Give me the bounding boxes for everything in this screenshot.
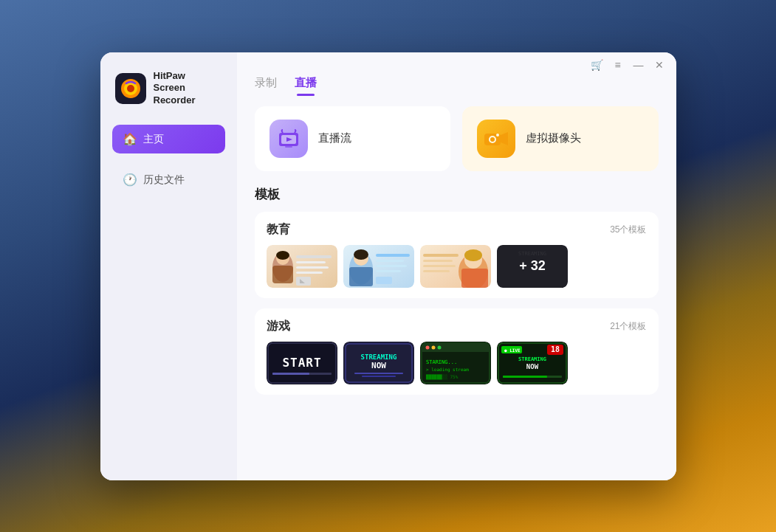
svg-point-61 xyxy=(425,345,429,349)
games-count: 21个模板 xyxy=(610,320,646,333)
education-thumbnails: STREAMING + 32 xyxy=(267,245,647,288)
svg-point-9 xyxy=(490,137,495,142)
svg-rect-26 xyxy=(349,267,373,286)
live-stream-label: 直播流 xyxy=(318,131,351,145)
nav-home-label: 主页 xyxy=(143,133,164,146)
feature-cards-row: 直播流 虚拟摄像头 xyxy=(255,106,659,171)
svg-text:> loading stream: > loading stream xyxy=(426,367,469,373)
edu-thumb-3[interactable] xyxy=(420,245,491,288)
svg-point-37 xyxy=(464,249,482,261)
app-logo-icon xyxy=(115,73,146,104)
live-stream-card[interactable]: 直播流 xyxy=(255,106,451,171)
games-title: 游戏 xyxy=(267,319,290,334)
game-thumb-3[interactable]: STARING... > loading stream ██████░░ 75% xyxy=(420,342,491,384)
home-icon: 🏠 xyxy=(123,132,137,146)
svg-text:STARING...: STARING... xyxy=(426,359,457,365)
svg-text:18: 18 xyxy=(550,345,559,353)
app-window: HitPaw Screen Recorder 🏠 主页 🕐 历史文件 🛒 ≡ —… xyxy=(100,52,676,480)
edu-thumb-2[interactable] xyxy=(343,245,414,288)
games-thumbnails: START STREAMING NOW xyxy=(267,342,647,384)
templates-heading: 模板 xyxy=(255,186,659,203)
games-section: 游戏 21个模板 START xyxy=(255,308,659,395)
logo-area: HitPaw Screen Recorder xyxy=(112,70,225,108)
svg-marker-10 xyxy=(501,132,508,145)
svg-rect-17 xyxy=(296,255,332,258)
svg-rect-18 xyxy=(296,261,326,263)
cart-button[interactable]: 🛒 xyxy=(592,60,602,70)
svg-point-27 xyxy=(354,249,368,260)
education-title: 教育 xyxy=(267,222,290,238)
svg-rect-28 xyxy=(376,254,410,257)
svg-rect-38 xyxy=(423,254,459,257)
tabs-bar: 录制 直播 xyxy=(237,70,676,94)
svg-rect-20 xyxy=(296,272,323,274)
game-thumb-4[interactable]: ● LIVE STREAMING NOW 18 xyxy=(497,342,568,384)
svg-rect-15 xyxy=(272,266,293,283)
game-thumb-1[interactable]: START xyxy=(267,342,337,384)
svg-text:██████░░ 75%: ██████░░ 75% xyxy=(425,374,459,380)
svg-text:+ 32: + 32 xyxy=(519,258,546,273)
svg-text:STREAMING: STREAMING xyxy=(360,353,396,361)
game-thumb-2[interactable]: STREAMING NOW xyxy=(343,342,414,384)
games-header: 游戏 21个模板 xyxy=(267,319,647,334)
content-area: 直播流 虚拟摄像头 xyxy=(237,94,676,480)
virtual-camera-card[interactable]: 虚拟摄像头 xyxy=(462,106,659,171)
education-count: 35个模板 xyxy=(610,224,646,236)
nav-home[interactable]: 🏠 主页 xyxy=(112,125,225,153)
svg-rect-41 xyxy=(423,270,450,272)
svg-point-63 xyxy=(437,345,441,349)
edu-thumb-1[interactable] xyxy=(267,245,337,288)
svg-text:NOW: NOW xyxy=(371,361,386,370)
live-stream-icon xyxy=(269,120,308,158)
nav-history[interactable]: 🕐 历史文件 xyxy=(112,165,225,194)
virtual-camera-label: 虚拟摄像头 xyxy=(526,131,581,145)
svg-rect-19 xyxy=(296,266,329,269)
education-section: 教育 35个模板 xyxy=(255,212,659,298)
svg-text:STREAMING: STREAMING xyxy=(518,356,546,362)
svg-rect-40 xyxy=(423,265,456,267)
svg-rect-76 xyxy=(503,376,547,378)
education-header: 教育 35个模板 xyxy=(267,222,647,238)
titlebar: 🛒 ≡ — ✕ xyxy=(237,52,676,70)
svg-text:NOW: NOW xyxy=(526,363,538,370)
svg-rect-32 xyxy=(376,277,392,284)
nav-history-label: 历史文件 xyxy=(143,173,185,187)
tab-live[interactable]: 直播 xyxy=(295,76,317,94)
svg-rect-31 xyxy=(376,270,401,272)
svg-rect-39 xyxy=(423,260,453,262)
svg-rect-55 xyxy=(354,373,403,374)
svg-rect-6 xyxy=(285,146,292,148)
svg-point-62 xyxy=(431,345,435,349)
svg-rect-50 xyxy=(272,373,309,375)
minimize-button[interactable]: — xyxy=(633,60,644,70)
close-button[interactable]: ✕ xyxy=(654,60,665,70)
menu-button[interactable]: ≡ xyxy=(613,60,623,70)
history-icon: 🕐 xyxy=(123,173,137,187)
svg-rect-30 xyxy=(376,265,407,267)
main-content: 🛒 ≡ — ✕ 录制 直播 xyxy=(237,52,676,480)
svg-rect-29 xyxy=(376,260,404,262)
svg-rect-36 xyxy=(461,269,488,288)
app-name: HitPaw Screen Recorder xyxy=(154,70,222,108)
svg-text:● LIVE: ● LIVE xyxy=(504,348,521,353)
sidebar: HitPaw Screen Recorder 🏠 主页 🕐 历史文件 xyxy=(100,52,237,480)
svg-point-2 xyxy=(127,85,134,92)
svg-text:START: START xyxy=(282,356,321,370)
svg-point-11 xyxy=(496,134,499,137)
tab-record[interactable]: 录制 xyxy=(255,76,277,94)
svg-point-16 xyxy=(276,251,289,260)
virtual-camera-icon xyxy=(477,120,515,158)
edu-thumb-more[interactable]: STREAMING + 32 xyxy=(497,245,568,288)
svg-rect-56 xyxy=(362,376,396,377)
svg-rect-21 xyxy=(296,277,311,286)
